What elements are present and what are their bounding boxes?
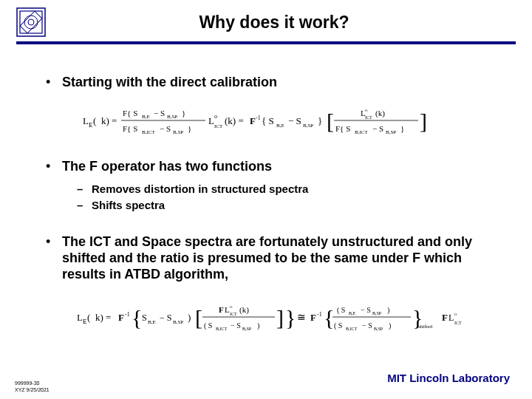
equation-1: L E ( k) = F{ S B,E − S B,SP } F{ S B,IC…: [83, 103, 497, 137]
svg-text:ICT: ICT: [230, 312, 237, 316]
svg-text:o: o: [214, 113, 217, 120]
svg-text:L: L: [449, 313, 454, 323]
svg-text:− S: − S: [362, 321, 372, 330]
svg-text:): ): [387, 306, 389, 315]
svg-text:B,E: B,E: [349, 311, 356, 316]
svg-text:F: F: [118, 312, 124, 323]
bullet-2-text: The F operator has two functions: [62, 158, 272, 174]
sub-2-1: – Removes distortion in structured spect…: [77, 182, 494, 197]
svg-text:]: ]: [276, 305, 284, 330]
bullet-dot: •: [46, 74, 62, 90]
svg-text:k) =: k) =: [101, 115, 117, 126]
svg-text:− S: − S: [154, 109, 165, 117]
svg-text:ICT: ICT: [454, 321, 462, 325]
svg-text:− S: − S: [160, 313, 171, 323]
svg-text:o: o: [230, 304, 233, 310]
bullet-3: • The ICT and Space spectra are fortunat…: [46, 233, 494, 282]
sub-dash: –: [77, 182, 92, 197]
svg-text:L: L: [208, 115, 214, 126]
bullet-3-text: The ICT and Space spectra are fortunatel…: [62, 233, 494, 282]
svg-text:F: F: [442, 312, 448, 323]
svg-text:( S: ( S: [334, 321, 342, 330]
svg-text:shifted: shifted: [418, 324, 433, 330]
svg-text:(k): (k): [239, 305, 249, 315]
slide-title: Why does it work?: [46, 13, 532, 33]
bullet-1: • Starting with the direct calibration: [46, 74, 494, 90]
svg-text:{: {: [132, 305, 142, 330]
svg-rect-2: [20, 11, 42, 33]
svg-text:B,SP: B,SP: [386, 129, 396, 135]
svg-text:( S: ( S: [337, 306, 345, 315]
svg-text:B,SP: B,SP: [372, 311, 382, 316]
svg-rect-0: [17, 8, 45, 36]
svg-text:): ): [389, 321, 391, 330]
svg-point-3: [24, 16, 38, 29]
footer-lab: MIT Lincoln Laboratory: [387, 372, 510, 384]
sub-2-2-text: Shifts spectra: [92, 198, 165, 213]
svg-text:− S: − S: [231, 321, 241, 330]
bullet-dot: •: [46, 158, 62, 174]
svg-text:B,ICT: B,ICT: [216, 327, 228, 331]
svg-text:o: o: [454, 311, 457, 317]
svg-text:-1: -1: [317, 311, 322, 318]
footer-date: XYZ 9/25/2021: [15, 386, 50, 393]
svg-text:L: L: [77, 312, 83, 323]
svg-text:F: F: [219, 305, 224, 314]
svg-text:B,E: B,E: [142, 114, 150, 120]
svg-text:]: ]: [420, 109, 427, 133]
svg-point-4: [28, 19, 34, 25]
sub-2-2: – Shifts spectra: [77, 198, 494, 213]
svg-text:F{ S: F{ S: [123, 109, 137, 117]
svg-text:− S: − S: [160, 124, 171, 133]
svg-text:S: S: [142, 313, 147, 323]
svg-text:ICT: ICT: [214, 123, 223, 129]
footer-id: 999999-30 XYZ 9/25/2021: [15, 380, 50, 393]
svg-text:}: }: [182, 109, 185, 117]
svg-text:F: F: [250, 115, 256, 126]
svg-text:-1: -1: [125, 311, 130, 318]
svg-text:F{ S: F{ S: [335, 124, 350, 133]
svg-text:ICT: ICT: [365, 115, 372, 120]
svg-text:B,SP: B,SP: [374, 327, 383, 331]
svg-text:B,SP: B,SP: [303, 123, 313, 129]
svg-text:B,SP: B,SP: [242, 327, 252, 331]
svg-text:− S: − S: [361, 306, 371, 314]
bullet-2: • The F operator has two functions: [46, 158, 494, 174]
svg-text:): ): [188, 312, 191, 323]
svg-text:}: }: [285, 305, 296, 330]
svg-text:[: [: [327, 109, 334, 133]
sub-2-1-text: Removes distortion in structured spectra: [92, 182, 308, 197]
svg-text:B,ICT: B,ICT: [346, 327, 358, 331]
svg-text:L: L: [83, 115, 89, 126]
svg-text:B,E: B,E: [148, 319, 156, 325]
slide-body: • Starting with the direct calibration L…: [0, 44, 532, 352]
equation-2: L E ( k) = F -1 { S B,E − S B,SP ) [ F L…: [77, 300, 532, 334]
svg-text:[: [: [195, 305, 202, 330]
svg-text:}: }: [188, 124, 191, 133]
svg-text:B,ICT: B,ICT: [355, 129, 368, 135]
svg-text:L: L: [225, 305, 230, 314]
svg-text:k) =: k) =: [95, 312, 111, 323]
svg-text:(: (: [93, 115, 96, 126]
footer-code: 999999-30: [15, 380, 50, 386]
bullet-1-text: Starting with the direct calibration: [62, 74, 277, 90]
svg-text:-1: -1: [256, 115, 261, 121]
svg-text:): ): [257, 321, 259, 330]
svg-text:B,ICT: B,ICT: [142, 129, 155, 135]
svg-text:(k) =: (k) =: [225, 115, 244, 126]
svg-text:( S: ( S: [204, 321, 212, 330]
svg-text:B,E: B,E: [276, 123, 284, 129]
bullet-dot: •: [46, 233, 62, 282]
svg-text:}: }: [318, 115, 322, 126]
svg-text:F: F: [310, 312, 316, 323]
svg-text:{: {: [324, 305, 334, 330]
svg-text:o: o: [365, 107, 368, 113]
svg-text:{ S: { S: [262, 115, 274, 126]
svg-text:B,SP: B,SP: [173, 129, 183, 135]
logo-icon: [16, 7, 46, 37]
svg-text:≅: ≅: [297, 312, 306, 323]
svg-text:− S: − S: [288, 115, 301, 126]
sub-dash: –: [77, 198, 92, 213]
svg-text:}: }: [400, 124, 404, 133]
svg-text:F{ S: F{ S: [123, 124, 137, 133]
